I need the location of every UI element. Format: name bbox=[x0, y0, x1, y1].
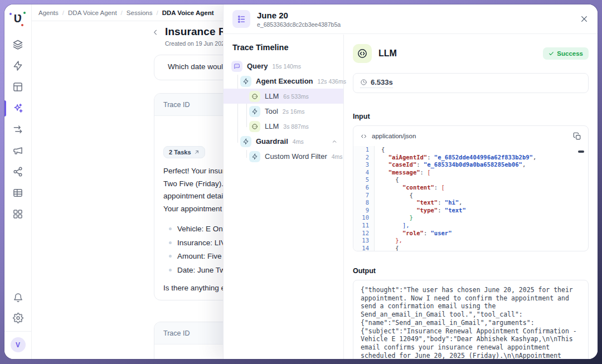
timeline-node-icon-badge bbox=[249, 151, 260, 162]
timeline-node-agent-execution[interactable]: Agent Execution12s 436ms bbox=[224, 74, 343, 89]
breadcrumb-item[interactable]: DDA Voice Agent bbox=[162, 9, 214, 16]
drawer-header: June 20 e_6853363dc8c2cb3ee4387b5a bbox=[224, 4, 598, 34]
code-line: 14 { bbox=[353, 245, 588, 251]
clock-icon bbox=[360, 79, 367, 86]
code-line-number: 5 bbox=[353, 176, 375, 184]
gear-icon[interactable] bbox=[13, 313, 23, 323]
timeline-node-icon-badge bbox=[249, 106, 260, 117]
avatar[interactable]: V bbox=[11, 337, 26, 352]
sidebar-footer bbox=[4, 293, 31, 323]
share-icon bbox=[12, 166, 23, 177]
timeline-node-icon-badge bbox=[249, 121, 260, 132]
sidebar-item-layout[interactable] bbox=[4, 81, 31, 93]
timeline-node-icon-badge bbox=[240, 76, 251, 87]
code-line-number: 11 bbox=[353, 222, 375, 230]
breadcrumb-item[interactable]: Sessions bbox=[127, 9, 153, 16]
arrow-up-right-icon bbox=[194, 149, 200, 155]
back-chevron-icon[interactable] bbox=[152, 28, 159, 36]
timeline-node-label: Guardrail bbox=[256, 137, 288, 145]
code-line: 2 "aiAgentId": "e_6852dde404996a62f833b2… bbox=[353, 154, 588, 162]
grid-icon bbox=[12, 208, 23, 220]
duration-box: 6.533s bbox=[353, 73, 589, 93]
timeline-node-duration: 3s 887ms bbox=[283, 123, 309, 130]
timeline-node-duration: 4ms bbox=[332, 153, 343, 160]
logo-dot bbox=[9, 13, 12, 15]
logo-dot bbox=[21, 24, 23, 26]
timeline-node-duration: 6s 533ms bbox=[283, 93, 309, 100]
sidebar-item-layers[interactable] bbox=[4, 39, 31, 51]
sidebar-item-table[interactable] bbox=[4, 187, 31, 199]
zap-icon bbox=[242, 78, 249, 85]
sidebar-item-share[interactable] bbox=[4, 166, 31, 178]
sidebar-item-megaphone[interactable] bbox=[4, 145, 31, 157]
timeline-node-query[interactable]: Query15s 140ms bbox=[224, 59, 343, 74]
checklist-icon bbox=[237, 14, 246, 24]
code-line-number: 6 bbox=[353, 184, 375, 192]
timeline-node-custom-word-filter[interactable]: Custom Word Filter4ms bbox=[224, 149, 343, 164]
drawer-title: June 20 bbox=[257, 11, 341, 20]
timeline-node-label: Tool bbox=[265, 107, 278, 115]
code-line-number: 12 bbox=[353, 230, 375, 237]
code-line-number: 13 bbox=[353, 237, 375, 245]
sidebar-item-sparkles[interactable] bbox=[4, 103, 31, 114]
timeline-node-icon-badge bbox=[249, 91, 260, 102]
app-logo[interactable]: Ʋ bbox=[11, 11, 25, 26]
timeline-node-llm[interactable]: LLM3s 887ms bbox=[224, 119, 343, 134]
code-line-number: 4 bbox=[353, 169, 375, 177]
sidebar-item-zap[interactable] bbox=[4, 60, 31, 72]
code-line: 8 "text": "hi", bbox=[353, 199, 588, 207]
timeline-node-duration: 12s 436ms bbox=[318, 78, 346, 85]
arrows-right-icon bbox=[12, 124, 23, 135]
sidebar-item-grid[interactable] bbox=[4, 208, 31, 220]
code-line: 13 }, bbox=[353, 237, 588, 245]
zap-icon bbox=[251, 153, 258, 160]
timeline-node-label: LLM bbox=[265, 122, 279, 130]
code-circle-icon bbox=[357, 48, 368, 59]
chevron-up-icon[interactable] bbox=[331, 138, 338, 145]
tasks-chip-label: 2 Tasks bbox=[169, 149, 191, 156]
code-icon bbox=[360, 133, 367, 140]
timeline-node-tool[interactable]: Tool2s 16ms bbox=[224, 104, 343, 119]
check-icon bbox=[548, 51, 554, 56]
trace-drawer: June 20 e_6853363dc8c2cb3ee4387b5a Trace… bbox=[223, 4, 598, 359]
code-line: 6 "content": [ bbox=[353, 184, 588, 192]
close-icon[interactable] bbox=[580, 14, 589, 23]
page-title: Insurance Re bbox=[165, 26, 232, 38]
input-code-block: application/json 1{2 "aiAgentId": "e_685… bbox=[353, 125, 589, 251]
code-line: 9 "type": "text" bbox=[353, 207, 588, 215]
bullet-text: Insurance: LIVA bbox=[177, 239, 230, 247]
code-line: 7 { bbox=[353, 192, 588, 200]
layers-icon bbox=[12, 39, 23, 50]
breadcrumb-item[interactable]: DDA Voice Agent bbox=[68, 9, 117, 16]
timeline-node-llm[interactable]: LLM6s 533ms bbox=[224, 89, 343, 104]
trace-timeline-list: Query15s 140msAgent Execution12s 436msLL… bbox=[224, 59, 343, 164]
code-scrollbar-thumb[interactable] bbox=[578, 151, 584, 153]
megaphone-icon bbox=[12, 145, 23, 156]
sidebar: Ʋ V bbox=[4, 4, 32, 359]
timeline-node-label: LLM bbox=[265, 92, 279, 100]
timeline-node-duration: 2s 16ms bbox=[283, 108, 305, 115]
code-line: 5 { bbox=[353, 176, 588, 184]
code-line-number: 9 bbox=[353, 207, 375, 215]
status-badge: Success bbox=[543, 47, 589, 60]
zap-icon bbox=[12, 60, 23, 71]
code-line: 4 "message": [ bbox=[353, 169, 588, 177]
timeline-node-guardrail[interactable]: Guardrail4ms bbox=[224, 134, 343, 149]
avatar-row: V bbox=[4, 331, 31, 359]
code-line-number: 2 bbox=[353, 154, 375, 162]
zap-icon bbox=[242, 138, 249, 145]
breadcrumb-item[interactable]: Agents bbox=[38, 9, 59, 16]
bullet-dot bbox=[169, 241, 172, 244]
breadcrumb-separator: / bbox=[62, 9, 64, 16]
copy-icon[interactable] bbox=[573, 132, 581, 140]
code-line-number: 1 bbox=[353, 146, 375, 154]
trace-list-icon-badge bbox=[232, 10, 250, 28]
bell-icon[interactable] bbox=[13, 293, 23, 303]
sparkles-icon bbox=[12, 103, 23, 114]
tasks-chip[interactable]: 2 Tasks bbox=[163, 146, 205, 158]
code-line: 1{ bbox=[353, 146, 588, 154]
sidebar-item-arrows-right[interactable] bbox=[4, 124, 31, 135]
timeline-node-label: Agent Execution bbox=[256, 77, 313, 85]
drawer-trace-id: e_6853363dc8c2cb3ee4387b5a bbox=[257, 21, 341, 28]
output-section-label: Output bbox=[353, 267, 589, 275]
